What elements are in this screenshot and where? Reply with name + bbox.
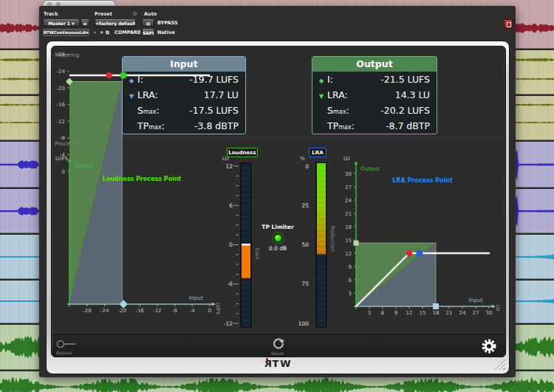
svg-text:24: 24 — [345, 198, 352, 204]
target-button[interactable] — [504, 19, 513, 29]
automation-mode-button[interactable]: ▤ — [142, 19, 154, 27]
rtw-logo: RTW — [47, 358, 509, 369]
svg-text:-12: -12 — [153, 308, 161, 314]
preset-increment-button[interactable]: + — [100, 30, 103, 35]
metering-row: ◆I:-21.5 LUFS — [312, 72, 437, 87]
gain-meter-bar — [242, 245, 250, 278]
process-point-red[interactable] — [406, 250, 412, 256]
native-label: Native — [157, 30, 175, 35]
svg-text:-12: -12 — [224, 320, 233, 327]
svg-text:3: 3 — [349, 291, 352, 297]
metering-row: TPmax:-8.7 dBTP — [312, 118, 437, 134]
svg-text:LUFS: LUFS — [55, 156, 69, 162]
settings-gear-icon[interactable] — [480, 337, 498, 355]
safe-button[interactable]: SAFE — [142, 29, 154, 36]
metering-row: ◆I:-19.7 LUFS — [123, 72, 245, 87]
svg-text:-12: -12 — [57, 119, 65, 125]
svg-text:-28: -28 — [57, 52, 65, 58]
tp-limiter-title: TP Limiter — [256, 224, 300, 230]
svg-text:27: 27 — [345, 185, 352, 190]
rtw-main-panel: Metering Input ◆I:-19.7 LUFS ▼LRA:17.7 L… — [51, 46, 506, 357]
track-selector[interactable]: Master 1 ▼ — [43, 19, 80, 27]
svg-text:9: 9 — [394, 310, 397, 316]
bypass-label[interactable]: BYPASS — [157, 20, 178, 26]
rtw-plugin-bezel: Metering Input ◆I:-19.7 LUFS ▼LRA:17.7 L… — [46, 41, 510, 374]
logo-red-dot — [266, 358, 268, 360]
track-letter-selector[interactable]: a — [81, 19, 89, 27]
preset-decrement-button[interactable]: - — [94, 30, 96, 35]
svg-text:12: 12 — [225, 163, 233, 170]
chevron-down-icon: ▼ — [72, 21, 75, 26]
svg-text:12: 12 — [345, 251, 352, 257]
svg-text:-20: -20 — [118, 308, 126, 314]
metering-row: ▼LRA:17.7 LU — [123, 87, 245, 103]
bypass-button-label[interactable]: Bypass — [56, 350, 72, 355]
compare-button[interactable]: COMPARE — [114, 30, 140, 35]
svg-text:15: 15 — [345, 238, 352, 244]
lra-meter-unit: % — [300, 156, 305, 162]
track-section-label: Track — [44, 11, 58, 17]
svg-text:Reduction: Reduction — [329, 226, 335, 252]
svg-text:9: 9 — [349, 264, 352, 270]
svg-text:-4: -4 — [190, 308, 196, 314]
diamond-marker-icon: ◆ — [319, 73, 327, 89]
loudness-meter-unit: LU — [222, 156, 229, 162]
bypass-toggle-icon[interactable] — [55, 340, 78, 348]
svg-text:24: 24 — [459, 310, 466, 316]
control-bar: Bypass Reset — [52, 334, 505, 357]
pro-tools-plugin-header: Track Preset Auto Master 1 ▼ a <factory … — [39, 6, 516, 41]
preset-selector[interactable]: <factory default> ▼ — [95, 19, 136, 27]
lra-meter-title: LRA — [309, 148, 326, 157]
svg-text:75: 75 — [301, 281, 309, 287]
tp-limiter-led-icon — [273, 233, 283, 243]
svg-text:Input: Input — [469, 297, 483, 303]
reset-button-label[interactable]: Reset — [271, 351, 284, 356]
process-point-blue[interactable] — [416, 250, 423, 256]
axis-marker[interactable] — [354, 241, 359, 246]
tp-limiter-block: TP Limiter 0.0 dB — [256, 224, 300, 252]
svg-text:12: 12 — [406, 310, 413, 316]
lra-process-graph[interactable]: 3027242118151296336912151821242730LUOutp… — [340, 153, 507, 329]
svg-text:-28: -28 — [83, 308, 91, 314]
input-panel-title: Input — [123, 57, 245, 72]
svg-text:LU: LU — [495, 305, 501, 311]
svg-text:Input: Input — [189, 295, 203, 301]
preset-section-label: Preset — [95, 11, 112, 17]
loudness-process-graph[interactable]: 0-4-8-12-16-20-24-28-28-24-20-16-12-8-40… — [53, 153, 220, 329]
svg-text:6: 6 — [381, 310, 385, 316]
svg-text:30: 30 — [345, 171, 352, 177]
preset-copy-icon[interactable]: ⧉ — [106, 30, 109, 35]
input-metering-panel: Input ◆I:-19.7 LUFS ▼LRA:17.7 LU Smax:-1… — [122, 56, 246, 134]
svg-text:-6: -6 — [228, 281, 233, 287]
plugin-name-field[interactable]: RTWContinuousLdnsCntrl — [43, 29, 89, 36]
svg-text:27: 27 — [473, 310, 479, 316]
process-point-red[interactable] — [106, 72, 112, 78]
svg-text:0: 0 — [305, 163, 309, 170]
svg-text:6: 6 — [229, 202, 233, 209]
loudness-meter-title: Loudness — [227, 148, 258, 157]
svg-text:0: 0 — [208, 308, 211, 314]
svg-text:30: 30 — [486, 310, 493, 316]
svg-text:-16: -16 — [57, 102, 66, 108]
svg-text:3: 3 — [368, 310, 371, 316]
svg-text:Output: Output — [74, 162, 93, 169]
auto-section-label: Auto — [144, 11, 157, 17]
process-point-green[interactable] — [120, 72, 127, 78]
metering-row: Smax:-17.5 LUFS — [123, 103, 245, 118]
svg-text:-8: -8 — [172, 308, 177, 314]
svg-text:-8: -8 — [60, 135, 65, 141]
reset-icon[interactable] — [272, 337, 285, 350]
svg-text:Output: Output — [360, 165, 380, 172]
svg-text:0: 0 — [229, 241, 233, 248]
svg-text:-24: -24 — [100, 308, 109, 314]
metering-row: Smax:-20.2 LUFS — [312, 103, 437, 118]
svg-text:-24: -24 — [57, 69, 66, 75]
triangle-marker-icon: ▼ — [319, 89, 327, 104]
axis-marker[interactable] — [433, 303, 439, 309]
svg-text:21: 21 — [345, 211, 352, 217]
svg-text:18: 18 — [345, 224, 352, 230]
svg-text:21: 21 — [446, 310, 453, 316]
svg-text:LU: LU — [343, 156, 350, 162]
preset-ring-icon[interactable] — [133, 12, 137, 16]
svg-text:15: 15 — [420, 310, 426, 316]
